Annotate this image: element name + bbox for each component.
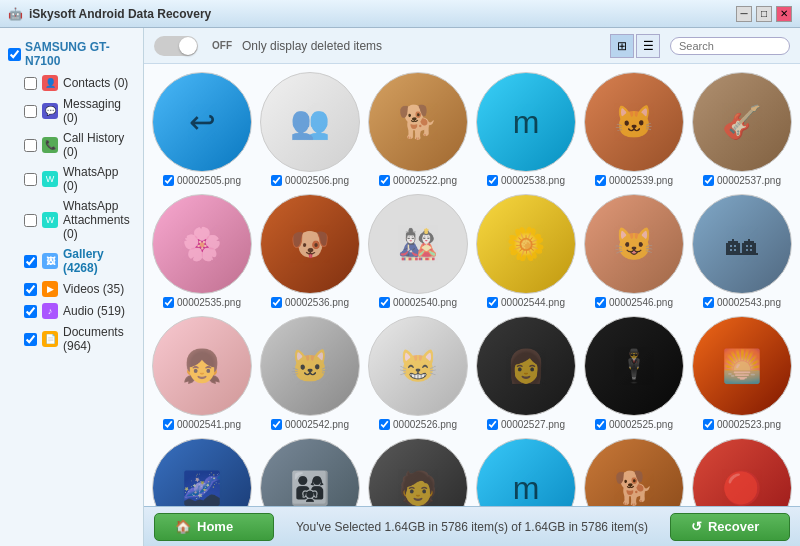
toggle-knob <box>179 37 197 55</box>
sidebar-checkbox-contacts[interactable] <box>24 77 37 90</box>
sidebar-item-whatsappattach[interactable]: W WhatsApp Attachments (0) <box>0 196 143 244</box>
toggle-switch[interactable] <box>154 36 198 56</box>
image-label-00002537: 00002537.png <box>703 175 781 186</box>
img-checkbox-00002538[interactable] <box>487 175 498 186</box>
maximize-btn[interactable]: □ <box>756 6 772 22</box>
sidebar-label-documents: Documents (964) <box>63 325 135 353</box>
image-thumb-row4_2[interactable]: 👨‍👩‍👧 <box>260 438 360 506</box>
close-btn[interactable]: ✕ <box>776 6 792 22</box>
sidebar-item-videos[interactable]: ▶ Videos (35) <box>0 278 143 300</box>
image-cell-00002543: 🏘 00002543.png <box>692 194 792 308</box>
titlebar: 🤖 iSkysoft Android Data Recovery ─ □ ✕ <box>0 0 800 28</box>
image-thumb-00002506[interactable]: 👥 <box>260 72 360 172</box>
image-cell-00002523: 🌅 00002523.png <box>692 316 792 430</box>
sidebar-item-audio[interactable]: ♪ Audio (519) <box>0 300 143 322</box>
image-thumb-00002540[interactable]: 🎎 <box>368 194 468 294</box>
img-filename-00002543: 00002543.png <box>717 297 781 308</box>
img-checkbox-00002522[interactable] <box>379 175 390 186</box>
minimize-btn[interactable]: ─ <box>736 6 752 22</box>
sidebar-checkbox-callhistory[interactable] <box>24 139 37 152</box>
image-cell-00002506: 👥 00002506.png <box>260 72 360 186</box>
image-thumb-00002536[interactable]: 🐶 <box>260 194 360 294</box>
image-thumb-00002522[interactable]: 🐕 <box>368 72 468 172</box>
footer: 🏠 Home You've Selected 1.64GB in 5786 it… <box>144 506 800 546</box>
img-checkbox-00002537[interactable] <box>703 175 714 186</box>
sidebar-item-callhistory[interactable]: 📞 Call History (0) <box>0 128 143 162</box>
image-thumb-00002537[interactable]: 🎸 <box>692 72 792 172</box>
recover-icon: ↺ <box>691 519 702 534</box>
view-buttons: ⊞ ☰ <box>610 34 660 58</box>
img-checkbox-00002536[interactable] <box>271 297 282 308</box>
device-checkbox[interactable] <box>8 48 21 61</box>
image-thumb-00002544[interactable]: 🌼 <box>476 194 576 294</box>
img-checkbox-00002539[interactable] <box>595 175 606 186</box>
img-filename-00002525: 00002525.png <box>609 419 673 430</box>
img-checkbox-00002542[interactable] <box>271 419 282 430</box>
image-thumb-00002541[interactable]: 👧 <box>152 316 252 416</box>
img-checkbox-00002506[interactable] <box>271 175 282 186</box>
img-checkbox-00002523[interactable] <box>703 419 714 430</box>
image-cell-00002535: 🌸 00002535.png <box>152 194 252 308</box>
image-label-00002539: 00002539.png <box>595 175 673 186</box>
image-cell-00002522: 🐕 00002522.png <box>368 72 468 186</box>
sidebar-item-contacts[interactable]: 👤 Contacts (0) <box>0 72 143 94</box>
image-cell-00002541: 👧 00002541.png <box>152 316 252 430</box>
sidebar-checkbox-messaging[interactable] <box>24 105 37 118</box>
sidebar-checkbox-gallery[interactable] <box>24 255 37 268</box>
image-thumb-00002527[interactable]: 👩 <box>476 316 576 416</box>
img-checkbox-00002546[interactable] <box>595 297 606 308</box>
image-cell-00002526: 😸 00002526.png <box>368 316 468 430</box>
image-label-00002546: 00002546.png <box>595 297 673 308</box>
image-thumb-00002546[interactable]: 😺 <box>584 194 684 294</box>
device-item[interactable]: SAMSUNG GT-N7100 <box>0 36 143 72</box>
image-thumb-row4_6[interactable]: 🔴 <box>692 438 792 506</box>
list-view-btn[interactable]: ☰ <box>636 34 660 58</box>
img-checkbox-00002527[interactable] <box>487 419 498 430</box>
sidebar-item-gallery[interactable]: 🖼 Gallery (4268) <box>0 244 143 278</box>
image-cell-row4_6: 🔴 00002515.png <box>692 438 792 506</box>
image-thumb-row4_5[interactable]: 🐕 <box>584 438 684 506</box>
image-cell-row4_4: m 00002513.png <box>476 438 576 506</box>
image-thumb-00002523[interactable]: 🌅 <box>692 316 792 416</box>
image-thumb-00002542[interactable]: 🐱 <box>260 316 360 416</box>
sidebar-label-audio: Audio (519) <box>63 304 125 318</box>
img-checkbox-00002540[interactable] <box>379 297 390 308</box>
sidebar-checkbox-whatsapp[interactable] <box>24 173 37 186</box>
image-thumb-00002538[interactable]: m <box>476 72 576 172</box>
image-thumb-row4_3[interactable]: 🧑 <box>368 438 468 506</box>
image-thumb-00002525[interactable]: 🕴 <box>584 316 684 416</box>
img-checkbox-00002525[interactable] <box>595 419 606 430</box>
image-thumb-00002505[interactable]: ↩ <box>152 72 252 172</box>
img-checkbox-00002526[interactable] <box>379 419 390 430</box>
sidebar-icon-callhistory: 📞 <box>42 137 58 153</box>
sidebar-checkbox-whatsappattach[interactable] <box>24 214 37 227</box>
image-thumb-00002535[interactable]: 🌸 <box>152 194 252 294</box>
sidebar-checkbox-videos[interactable] <box>24 283 37 296</box>
sidebar-icon-contacts: 👤 <box>42 75 58 91</box>
sidebar-item-messaging[interactable]: 💬 Messaging (0) <box>0 94 143 128</box>
grid-view-btn[interactable]: ⊞ <box>610 34 634 58</box>
sidebar-item-documents[interactable]: 📄 Documents (964) <box>0 322 143 356</box>
image-cell-00002536: 🐶 00002536.png <box>260 194 360 308</box>
sidebar-checkbox-documents[interactable] <box>24 333 37 346</box>
image-thumb-row4_4[interactable]: m <box>476 438 576 506</box>
img-filename-00002544: 00002544.png <box>501 297 565 308</box>
img-checkbox-00002544[interactable] <box>487 297 498 308</box>
main-container: SAMSUNG GT-N7100 👤 Contacts (0) 💬 Messag… <box>0 28 800 546</box>
image-thumb-00002539[interactable]: 🐱 <box>584 72 684 172</box>
home-button[interactable]: 🏠 Home <box>154 513 274 541</box>
recover-button[interactable]: ↺ Recover <box>670 513 790 541</box>
img-checkbox-00002543[interactable] <box>703 297 714 308</box>
img-checkbox-00002505[interactable] <box>163 175 174 186</box>
img-filename-00002505: 00002505.png <box>177 175 241 186</box>
sidebar-item-whatsapp[interactable]: W WhatsApp (0) <box>0 162 143 196</box>
img-checkbox-00002541[interactable] <box>163 419 174 430</box>
img-checkbox-00002535[interactable] <box>163 297 174 308</box>
search-input[interactable] <box>670 37 790 55</box>
image-grid-area: ↩ 00002505.png 👥 00002506.png 🐕 00002522… <box>144 64 800 506</box>
image-thumb-row4_1[interactable]: 🌌 <box>152 438 252 506</box>
sidebar-items: 👤 Contacts (0) 💬 Messaging (0) 📞 Call Hi… <box>0 72 143 356</box>
image-thumb-00002543[interactable]: 🏘 <box>692 194 792 294</box>
sidebar-checkbox-audio[interactable] <box>24 305 37 318</box>
image-thumb-00002526[interactable]: 😸 <box>368 316 468 416</box>
